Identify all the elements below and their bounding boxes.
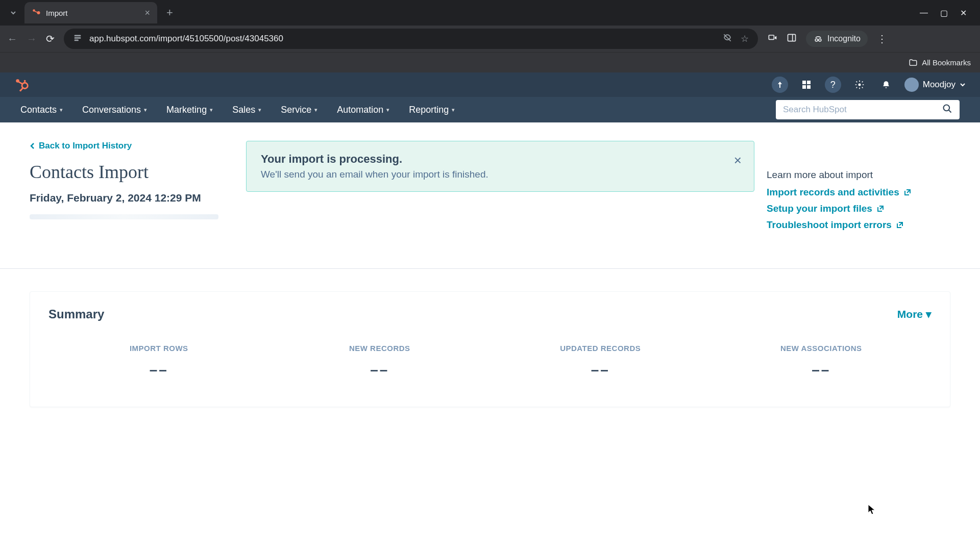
- stat-value: ––: [490, 362, 711, 378]
- stat-label: NEW RECORDS: [270, 344, 491, 353]
- summary-more-dropdown[interactable]: More ▾: [897, 308, 932, 320]
- maximize-button[interactable]: ▢: [940, 8, 948, 18]
- help-icon[interactable]: ?: [825, 77, 841, 93]
- cursor-icon: [868, 504, 876, 518]
- nav-contacts[interactable]: Contacts▾: [20, 105, 63, 115]
- hubspot-favicon-icon: [32, 8, 41, 17]
- help-heading: Learn more about import: [767, 169, 950, 181]
- tab-strip: Import × + — ▢ ✕: [0, 0, 980, 26]
- user-menu[interactable]: Moodjoy: [904, 78, 966, 92]
- stat-import-rows: IMPORT ROWS ––: [48, 344, 270, 378]
- help-link-setup-files[interactable]: Setup your import files: [767, 203, 950, 214]
- all-bookmarks-button[interactable]: All Bookmarks: [909, 58, 971, 67]
- forward-button[interactable]: →: [27, 33, 37, 45]
- svg-line-16: [21, 88, 23, 90]
- summary-section: Summary More ▾ IMPORT ROWS –– NEW RECORD…: [0, 269, 980, 430]
- browser-tab[interactable]: Import ×: [24, 2, 157, 23]
- stat-label: IMPORT ROWS: [48, 344, 270, 353]
- svg-line-2: [35, 11, 37, 12]
- minimize-button[interactable]: —: [920, 8, 928, 18]
- browser-chrome: Import × + — ▢ ✕ ← → ⟳ app.hubspot.com/i…: [0, 0, 980, 72]
- address-bar[interactable]: app.hubspot.com/import/45105500/post/430…: [64, 29, 758, 49]
- stat-updated-records: UPDATED RECORDS ––: [490, 344, 711, 378]
- search-icon[interactable]: [942, 104, 952, 116]
- svg-point-23: [944, 105, 950, 111]
- nav-sales[interactable]: Sales▾: [232, 105, 261, 115]
- svg-rect-20: [802, 85, 806, 89]
- search-input[interactable]: [783, 105, 937, 115]
- chevron-down-icon: [960, 82, 966, 88]
- tracking-protection-icon[interactable]: [722, 33, 732, 45]
- stat-value: ––: [270, 362, 491, 378]
- new-tab-button[interactable]: +: [159, 6, 180, 19]
- help-link-import-records[interactable]: Import records and activities: [767, 187, 950, 198]
- alert-close-button[interactable]: ×: [734, 153, 742, 168]
- incognito-label: Incognito: [827, 34, 861, 43]
- tab-search-dropdown[interactable]: [4, 4, 22, 22]
- external-link-icon: [896, 221, 904, 229]
- svg-rect-3: [75, 35, 81, 37]
- svg-point-13: [24, 80, 26, 82]
- page-title: Contacts Import: [30, 161, 234, 183]
- nav-arrows: ← →: [7, 33, 37, 45]
- nav-conversations[interactable]: Conversations▾: [82, 105, 147, 115]
- nav-reporting[interactable]: Reporting▾: [409, 105, 455, 115]
- help-link-troubleshoot[interactable]: Troubleshoot import errors: [767, 219, 950, 231]
- stats-row: IMPORT ROWS –– NEW RECORDS –– UPDATED RE…: [48, 344, 932, 378]
- avatar: [904, 78, 919, 92]
- browser-toolbar: ← → ⟳ app.hubspot.com/import/45105500/po…: [0, 26, 980, 52]
- app-nav: Contacts▾ Conversations▾ Marketing▾ Sale…: [0, 97, 980, 122]
- media-control-icon[interactable]: [767, 33, 777, 45]
- reload-button[interactable]: ⟳: [46, 33, 55, 45]
- svg-point-1: [37, 11, 40, 14]
- external-link-icon: [903, 188, 912, 196]
- incognito-badge[interactable]: Incognito: [806, 31, 868, 47]
- side-panel-icon[interactable]: [787, 33, 797, 45]
- tab-close-button[interactable]: ×: [144, 8, 150, 18]
- page-body: Back to Import History Contacts Import F…: [0, 122, 980, 254]
- svg-rect-18: [802, 81, 806, 84]
- tab-title: Import: [46, 9, 139, 17]
- svg-point-17: [19, 89, 21, 91]
- app-viewport: ? Moodjoy Contacts▾ Conversations▾ Marke…: [0, 72, 980, 551]
- site-info-icon[interactable]: [73, 33, 82, 44]
- stat-new-records: NEW RECORDS ––: [270, 344, 491, 378]
- stat-value: ––: [711, 362, 932, 378]
- browser-menu-button[interactable]: ⋮: [877, 33, 887, 45]
- stat-value: ––: [48, 362, 270, 378]
- chevron-left-icon: [30, 142, 35, 149]
- bookmarks-bar: All Bookmarks: [0, 52, 980, 72]
- url-text: app.hubspot.com/import/45105500/post/430…: [89, 34, 715, 44]
- svg-rect-6: [769, 35, 774, 39]
- search-box[interactable]: [776, 100, 960, 119]
- app-header: ? Moodjoy: [0, 72, 980, 97]
- settings-icon[interactable]: [851, 77, 868, 93]
- window-controls: — ▢ ✕: [920, 8, 976, 18]
- notifications-icon[interactable]: [878, 77, 894, 93]
- svg-line-24: [949, 110, 951, 112]
- user-name: Moodjoy: [923, 80, 955, 90]
- external-link-icon: [876, 205, 885, 213]
- stat-label: UPDATED RECORDS: [490, 344, 711, 353]
- svg-rect-7: [788, 34, 796, 41]
- nav-automation[interactable]: Automation▾: [337, 105, 389, 115]
- nav-service[interactable]: Service▾: [281, 105, 317, 115]
- processing-alert: Your import is processing. We'll send yo…: [246, 141, 754, 192]
- summary-card: Summary More ▾ IMPORT ROWS –– NEW RECORD…: [30, 291, 950, 407]
- marketplace-icon[interactable]: [798, 77, 815, 93]
- close-window-button[interactable]: ✕: [960, 8, 967, 18]
- stat-label: NEW ASSOCIATIONS: [711, 344, 932, 353]
- bookmark-star-icon[interactable]: ☆: [741, 33, 749, 44]
- svg-rect-5: [75, 40, 79, 41]
- incognito-icon: [813, 34, 823, 44]
- page-date: Friday, February 2, 2024 12:29 PM: [30, 192, 234, 204]
- nav-marketing[interactable]: Marketing▾: [166, 105, 213, 115]
- svg-rect-21: [807, 85, 811, 89]
- chevron-down-icon: [9, 9, 17, 17]
- upgrade-icon[interactable]: [772, 77, 788, 93]
- back-button[interactable]: ←: [7, 33, 17, 45]
- svg-point-22: [858, 84, 861, 86]
- alert-body: We'll send you an email when your import…: [261, 169, 740, 180]
- hubspot-logo-icon[interactable]: [14, 77, 30, 92]
- back-to-import-history-link[interactable]: Back to Import History: [30, 141, 234, 151]
